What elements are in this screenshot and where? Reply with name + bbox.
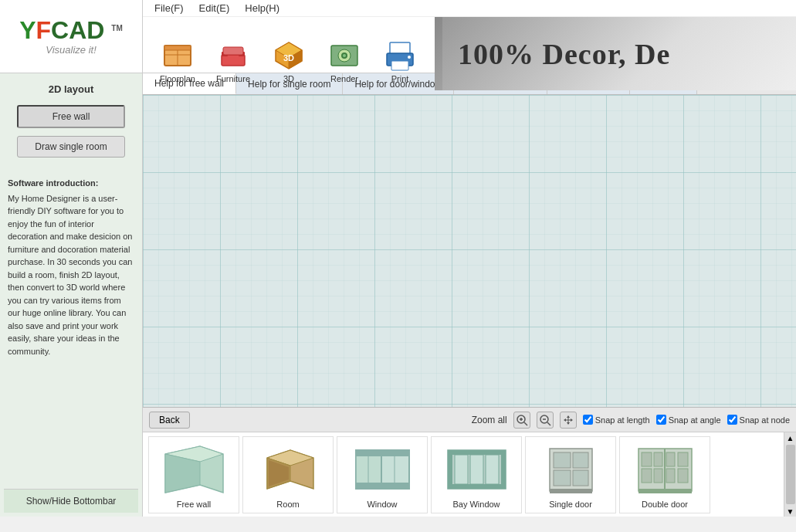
bay-window-item-label: Bay Window (452, 500, 500, 509)
canvas-toolbar: Back Zoom all (143, 407, 796, 432)
svg-rect-18 (391, 61, 408, 70)
sidebar-desc-title: Software introduction: (8, 177, 134, 190)
item-double-door[interactable]: Double door (619, 436, 710, 513)
floorplan-icon (161, 38, 195, 73)
svg-rect-49 (455, 455, 468, 484)
furniture-label: Furniture (216, 74, 250, 83)
furniture-button[interactable]: Furniture (206, 35, 260, 86)
zoom-in-button[interactable] (513, 412, 530, 429)
svg-rect-4 (222, 55, 245, 66)
furniture-icon (216, 38, 251, 73)
svg-rect-57 (550, 489, 592, 493)
menu-file[interactable]: File(F) (154, 2, 184, 14)
single-door-preview (536, 441, 605, 498)
brand-banner: 100% Decor, De (435, 17, 796, 90)
items-container: Free wall Room (143, 432, 784, 517)
zoom-all-label: Zoom all (472, 415, 507, 425)
snap-length-option: Snap at length (583, 415, 650, 425)
3d-button[interactable]: 3D 3D (262, 35, 316, 86)
draw-single-room-button[interactable]: Draw single room (17, 136, 125, 158)
room-item-label: Room (276, 500, 299, 509)
scrollbar[interactable]: ▲ ▼ (784, 432, 796, 517)
print-label: Print (391, 74, 409, 83)
logo-area: YFCAD TM Visualize it! (0, 0, 143, 73)
zoom-out-icon (539, 414, 551, 426)
item-window[interactable]: Window (337, 436, 428, 513)
svg-rect-66 (678, 452, 688, 466)
canvas-area[interactable] (143, 95, 796, 407)
svg-point-19 (408, 56, 411, 59)
snap-node-option: Snap at node (727, 415, 790, 425)
zoom-out-button[interactable] (537, 412, 554, 429)
item-free-wall[interactable]: Free wall (148, 436, 239, 513)
sidebar-title: 2D layout (4, 77, 138, 101)
svg-rect-68 (638, 489, 692, 493)
brand-text: 100% Decor, De (458, 37, 670, 71)
back-button[interactable]: Back (149, 412, 190, 429)
snap-angle-checkbox[interactable] (656, 415, 666, 425)
svg-line-24 (524, 422, 527, 425)
svg-rect-39 (356, 450, 409, 456)
svg-rect-55 (554, 470, 571, 486)
render-button[interactable]: Render (317, 35, 371, 86)
3d-icon: 3D (272, 38, 307, 73)
svg-rect-45 (448, 450, 506, 455)
double-door-preview (630, 441, 699, 498)
svg-rect-64 (666, 452, 675, 466)
item-single-door[interactable]: Single door (525, 436, 616, 513)
window-preview (347, 441, 417, 498)
svg-rect-1 (164, 46, 191, 50)
svg-rect-63 (654, 469, 662, 483)
svg-rect-67 (678, 469, 688, 483)
svg-rect-40 (356, 483, 409, 489)
floorplan-button[interactable]: Floorplan (151, 35, 205, 86)
zoom-in-icon (516, 414, 528, 426)
snap-length-label: Snap at length (595, 415, 650, 425)
logo-text: YFCAD TM (19, 18, 123, 42)
show-hide-bottombar-button[interactable]: Show/Hide Bottombar (4, 489, 138, 513)
logo-tm: TM (111, 23, 122, 32)
menu-help[interactable]: Help(H) (245, 2, 279, 14)
svg-rect-47 (448, 450, 452, 489)
item-room[interactable]: Room (242, 436, 334, 513)
svg-rect-62 (654, 452, 662, 466)
bottom-panel: Free wall Room (143, 432, 796, 517)
room-preview (253, 441, 323, 498)
svg-rect-65 (666, 469, 675, 483)
scroll-up-arrow[interactable]: ▲ (785, 432, 796, 443)
snap-length-checkbox[interactable] (583, 415, 593, 425)
free-wall-item-label: Free wall (177, 500, 212, 509)
free-wall-button[interactable]: Free wall (17, 105, 125, 128)
svg-point-15 (343, 54, 346, 57)
menu-edit[interactable]: Edit(E) (199, 2, 230, 14)
floorplan-label: Floorplan (160, 74, 195, 83)
toolbar: Floorplan Furniture (143, 31, 435, 90)
free-wall-preview (159, 441, 229, 498)
snap-node-checkbox[interactable] (727, 415, 737, 425)
svg-rect-51 (486, 455, 499, 484)
item-bay-window[interactable]: Bay Window (431, 436, 522, 513)
svg-rect-22 (143, 95, 796, 407)
double-door-item-label: Double door (642, 500, 688, 509)
sidebar: 2D layout Free wall Draw single room Sof… (0, 73, 143, 517)
svg-rect-61 (642, 469, 652, 483)
sidebar-desc-text: My Home Designer is a user-friendly DIY … (8, 192, 134, 358)
render-icon (327, 38, 362, 73)
print-icon (383, 38, 418, 73)
sidebar-description: Software introduction: My Home Designer … (4, 173, 138, 361)
print-button[interactable]: Print (373, 35, 427, 86)
bay-window-preview (442, 441, 511, 498)
single-door-item-label: Single door (549, 500, 592, 509)
3d-label: 3D (283, 74, 294, 83)
snap-angle-label: Snap at angle (669, 415, 721, 425)
scroll-down-arrow[interactable]: ▼ (785, 506, 796, 517)
svg-rect-60 (642, 452, 652, 466)
pan-button[interactable] (560, 412, 577, 429)
svg-rect-46 (448, 484, 506, 489)
svg-rect-56 (573, 470, 588, 486)
scroll-thumb[interactable] (786, 445, 795, 504)
grid-svg (143, 95, 796, 407)
svg-rect-53 (554, 452, 571, 468)
menu-bar: File(F) Edit(E) Help(H) (143, 0, 796, 17)
svg-line-28 (547, 422, 550, 425)
